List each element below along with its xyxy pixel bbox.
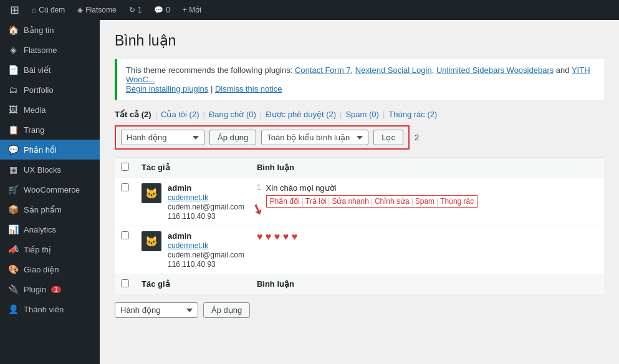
sidebar-item-thanh-vien[interactable]: 👤 Thành viên [0,299,100,319]
row-number: 1 [257,183,264,192]
sidebar-item-portfolio[interactable]: 🗂 Portfolio [0,80,100,100]
plugin-link-1[interactable]: Contact Form 7 [295,65,351,75]
sidebar-icon-thanh-vien: 👤 [7,304,19,314]
sidebar-label-tiep-thi: Tiếp thị [24,245,51,254]
home-icon: ⌂ [32,6,36,14]
author-info: admin cudemnet.tk cudem.net@gmail.com 11… [168,231,244,269]
sidebar-icon-tiep-thi: 📣 [7,244,19,254]
sidebar-item-phan-hoi[interactable]: 💬 Phản hồi [0,140,100,160]
theme-name: Flatsome [85,6,116,14]
sidebar-item-flatsome[interactable]: ◈ Flatsome [0,40,100,60]
sidebar-icon-ux-blocks: ▦ [7,165,19,175]
author-site-link[interactable]: cudemnet.tk [168,241,244,250]
action-chinh-sua[interactable]: Chỉnh sửa [375,197,410,206]
sidebar-item-tiep-thi[interactable]: 📣 Tiếp thị [0,239,100,259]
author-ip[interactable]: 116.110.40.93 [168,260,244,269]
updates-button[interactable]: ↻ 1 [124,0,147,20]
filter-tab-spam[interactable]: Spam (0) [345,110,378,119]
apply-button[interactable]: Áp dụng [209,130,256,145]
author-info: admin cudemnet.tk cudem.net@gmail.com 11… [168,183,244,221]
table-row: 🐱 admin cudemnet.tk cudem.net@gmail.com … [115,226,604,274]
row-comment-cell: 1 Xin chào mọi người Phản đối | Trả lời … [251,178,604,226]
sidebar-label-san-pham: Sản phẩm [24,205,62,214]
dismiss-notice-link[interactable]: Dismiss this notice [215,84,282,93]
sidebar-icon-flatsome: ◈ [7,45,19,55]
author-name: admin [168,231,244,241]
main-layout: 🏠 Bảng tin ◈ Flatsome 📄 Bài viết 🗂 Portf… [0,20,619,364]
sidebar-item-woocommerce[interactable]: 🛒 WooCommerce [0,180,100,199]
action-thung-rac[interactable]: Thùng rác [440,197,474,206]
sidebar-label-bang-tin: Bảng tin [24,26,54,35]
table-row: 🐱 admin cudemnet.tk cudem.net@gmail.com … [115,178,604,226]
theme-button[interactable]: ◈ Flatsome [72,0,121,20]
sidebar-label-ux-blocks: UX Blocks [24,165,61,175]
install-plugins-link[interactable]: Begin installing plugins [126,84,208,93]
avatar: 🐱 [142,183,161,203]
table-footer-row: Tác giả Bình luận [115,274,604,295]
sidebar-label-bai-viet: Bài viết [24,65,50,75]
sidebar-item-ux-blocks[interactable]: ▦ UX Blocks [0,160,100,180]
row-comment-cell: ♥ ♥ ♥ ♥ ♥ [251,226,604,274]
row-checkbox[interactable] [121,231,129,239]
sidebar-icon-san-pham: 📦 [7,204,19,214]
site-name: Cú đem [39,6,65,14]
action-sua-nhanh[interactable]: Sửa nhanh [332,197,368,206]
sidebar-item-san-pham[interactable]: 📦 Sản phẩm [0,199,100,219]
admin-bar: ⊞ ⌂ Cú đem ◈ Flatsome ↻ 1 💬 0 + Mới [0,0,619,20]
comment-actions: Phản đối | Trả lời | Sửa nhanh | Chỉnh s… [266,195,478,208]
author-name: admin [168,183,244,193]
sidebar-item-plugin[interactable]: 🔌 Plugin 1 [0,279,100,299]
plugin-link-2[interactable]: Nextend Social Login [355,65,432,75]
action-spam[interactable]: Spam [415,197,434,206]
select-all-checkbox[interactable] [121,163,129,171]
select-all-checkbox-bottom[interactable] [121,279,129,287]
page-title: Bình luận [115,32,604,49]
comments-button[interactable]: 💬 0 [149,0,175,20]
row-checkbox[interactable] [121,183,129,191]
sidebar-item-media[interactable]: 🖼 Media [0,100,100,120]
bottom-bulk-action-select[interactable]: Hành động Phê duyệt Không phê duyệt Spam… [115,302,198,318]
filter-button[interactable]: Lọc [373,130,403,145]
th-checkbox [115,158,135,178]
sidebar-item-trang[interactable]: 📋 Trang [0,120,100,140]
th-author-bottom: Tác giả [135,274,251,295]
comments-icon: 💬 [154,6,163,14]
sidebar-icon-portfolio: 🗂 [7,85,19,95]
filter-tab-dang-cho[interactable]: Đang chờ (0) [209,110,256,119]
filter-tab-cua-toi[interactable]: Của tôi (2) [161,110,199,119]
sidebar-item-bai-viet[interactable]: 📄 Bài viết [0,60,100,80]
new-button[interactable]: + Mới [178,0,206,20]
sidebar-item-bang-tin[interactable]: 🏠 Bảng tin [0,20,100,40]
author-site-link[interactable]: cudemnet.tk [168,193,244,202]
action-bar-inner: Hành động Phê duyệt Không phê duyệt Spam… [115,125,410,150]
bottom-action-bar: Hành động Phê duyệt Không phê duyệt Spam… [115,302,604,318]
sidebar-item-analytics[interactable]: 📊 Analytics [0,219,100,239]
filter-tab-tat-ca[interactable]: Tất cả (2) [115,110,151,119]
filter-type-select[interactable]: Toàn bộ kiểu bình luận Bình luận Pingbac… [261,130,368,145]
site-button[interactable]: ⌂ Cú đem [27,0,70,20]
wp-logo-button[interactable]: ⊞ [5,0,24,20]
filter-tab-thung-rac[interactable]: Thùng rác (2) [388,110,437,119]
filter-tabs: Tất cả (2) | Của tôi (2) | Đang chờ (0) … [115,110,604,119]
row-author-cell: 🐱 admin cudemnet.tk cudem.net@gmail.com … [135,226,251,274]
plugin-link-3[interactable]: Unlimited Sidebars Woosidebars [436,65,554,75]
action-phan-doi[interactable]: Phản đối [270,197,300,206]
comment-text: Xin chào mọi người [266,183,478,193]
sidebar-icon-analytics: 📊 [7,224,19,234]
filter-tab-duoc-phe-duyet[interactable]: Được phê duyệt (2) [266,110,336,119]
updates-icon: ↻ [129,6,135,14]
author-ip[interactable]: 116.110.40.93 [168,212,244,221]
sidebar-icon-media: 🖼 [7,105,19,115]
bulk-action-select[interactable]: Hành động Phê duyệt Không phê duyệt Spam… [121,130,204,145]
comments-count: 0 [166,6,170,14]
sidebar-badge-plugin: 1 [51,286,61,293]
sidebar-label-analytics: Analytics [24,225,56,234]
notice-sep: | [211,84,215,93]
action-tra-loi[interactable]: Trả lời [305,197,327,206]
notice-box: This theme recommends the following plug… [115,59,604,100]
bottom-apply-button[interactable]: Áp dụng [203,302,250,318]
sidebar-label-woocommerce: WooCommerce [24,185,80,194]
notice-text: This theme recommends the following plug… [126,65,590,84]
sidebar-item-giao-dien[interactable]: 🎨 Giao diện [0,259,100,279]
author-email: cudem.net@gmail.com [168,203,244,211]
